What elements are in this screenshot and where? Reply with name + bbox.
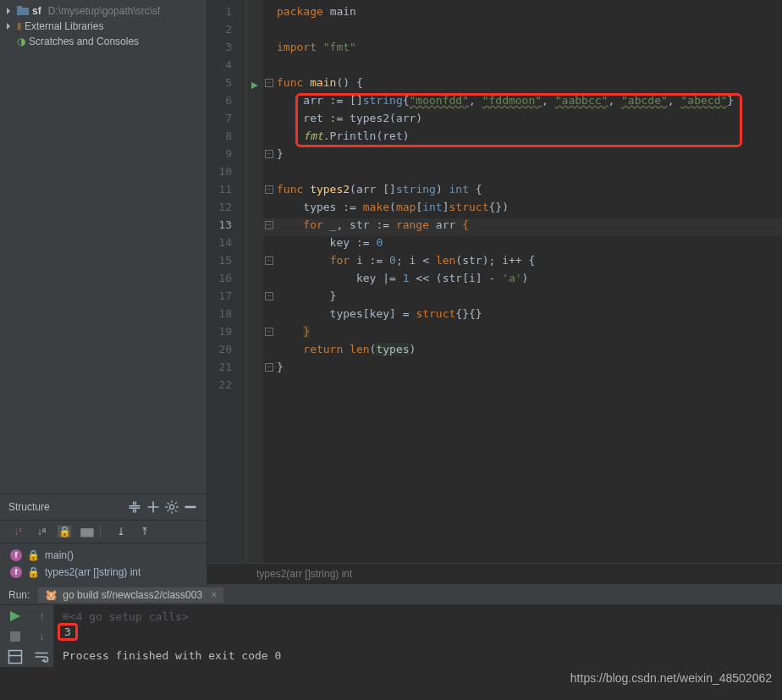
collapsed-calls[interactable]: ⊞<4 go setup calls> [63,610,774,623]
gear-icon[interactable] [164,499,179,515]
structure-item-main[interactable]: f 🔒 main() [7,547,200,564]
project-tree[interactable]: sf D:\mysetup\gopath\src\sf ⫴ External L… [0,0,207,52]
structure-item-types2[interactable]: f 🔒 types2(arr []string) int [7,564,200,581]
project-path: D:\mysetup\gopath\src\sf [48,5,161,17]
svg-point-2 [169,504,173,509]
sort-visibility-icon[interactable]: ↓ª [34,524,49,539]
fold-toggle[interactable]: − [265,79,273,87]
svg-rect-5 [10,631,20,642]
folder-toggle-icon[interactable] [80,524,95,539]
scratches-node[interactable]: ◑ Scratches and Consoles [0,34,207,49]
project-tool-window: sf D:\mysetup\gopath\src\sf ⫴ External L… [0,0,207,584]
autoscroll-to-icon[interactable]: ⤓ [113,524,129,539]
run-label: Run: [0,589,38,601]
structure-toolbar: ↓ᶻ ↓ª 🔒 ⤓ ⤒ [0,521,207,543]
minimize-icon[interactable] [183,499,198,515]
code-area[interactable]: package mainimport "fmt"−func main() { a… [263,0,782,563]
function-icon: f [10,549,22,561]
expand-icon[interactable] [146,499,161,515]
structure-item-label: main() [45,549,74,561]
exit-message: Process finished with exit code 0 [63,649,774,662]
structure-header: Structure [0,494,207,521]
run-line-icon[interactable] [246,76,263,94]
svg-rect-3 [185,506,196,509]
breadcrumb[interactable]: types2(arr []string) int [207,563,782,584]
svg-rect-6 [8,651,21,664]
function-icon: f [10,566,22,578]
structure-item-label: types2(arr []string) int [45,566,140,578]
chevron-right-icon [5,23,14,30]
output-value: 3 [58,623,78,641]
fold-toggle[interactable]: − [265,185,273,194]
fold-toggle[interactable]: − [265,150,273,158]
run-side-toolbar: ↑ ↓ [0,605,54,667]
project-root-node[interactable]: sf D:\mysetup\gopath\src\sf [0,3,207,19]
fold-toggle[interactable]: − [265,256,273,265]
autoscroll-from-icon[interactable]: ⤒ [137,524,152,539]
up-icon[interactable]: ↑ [34,609,49,624]
external-libraries-node[interactable]: ⫴ External Libraries [0,19,207,34]
structure-title: Structure [8,501,124,513]
fold-toggle[interactable]: − [265,328,273,336]
run-tool-window: Run: 🐹 go build sf/newclass2/class003 × … [0,584,782,667]
svg-rect-1 [17,6,22,9]
wrap-icon[interactable] [34,649,49,664]
scratch-icon: ◑ [17,36,25,47]
run-gutter [246,0,263,563]
chevron-right-icon [5,8,14,14]
run-config-tab[interactable]: 🐹 go build sf/newclass2/class003 × [38,587,223,603]
show-private-icon[interactable]: 🔒 [58,526,71,537]
down-icon[interactable]: ↓ [34,629,49,644]
external-libraries-label: External Libraries [25,20,103,32]
watermark: https://blog.csdn.net/weixin_48502062 [570,671,772,685]
breadcrumb-item[interactable]: types2(arr []string) int [256,568,352,580]
editor[interactable]: 12345678910111213141516171819202122 pack… [207,0,782,584]
close-icon[interactable]: × [211,589,217,601]
go-icon: 🐹 [45,589,58,601]
library-icon: ⫴ [17,20,21,32]
console-output[interactable]: ⊞<4 go setup calls> 3 Process finished w… [54,605,782,667]
folder-icon [17,5,29,17]
fold-toggle[interactable]: − [265,221,273,229]
collapse-icon[interactable] [127,499,142,515]
layout-icon[interactable] [8,649,23,664]
fold-toggle[interactable]: − [265,292,273,300]
lock-icon: 🔒 [27,566,40,578]
run-tab-label: go build sf/newclass2/class003 [63,589,202,601]
structure-tool-window: Structure ↓ᶻ ↓ª 🔒 ⤓ ⤒ f 🔒 main() [0,493,207,584]
sort-alpha-icon[interactable]: ↓ᶻ [10,524,25,539]
line-number-gutter[interactable]: 12345678910111213141516171819202122 [207,0,246,563]
svg-rect-4 [80,528,93,537]
lock-icon: 🔒 [27,549,40,561]
fold-toggle[interactable]: − [265,363,273,372]
rerun-icon[interactable] [8,609,23,624]
structure-list: f 🔒 main() f 🔒 types2(arr []string) int [0,543,207,584]
scratches-label: Scratches and Consoles [29,36,139,47]
project-name: sf [32,5,41,17]
stop-icon[interactable] [8,629,23,644]
